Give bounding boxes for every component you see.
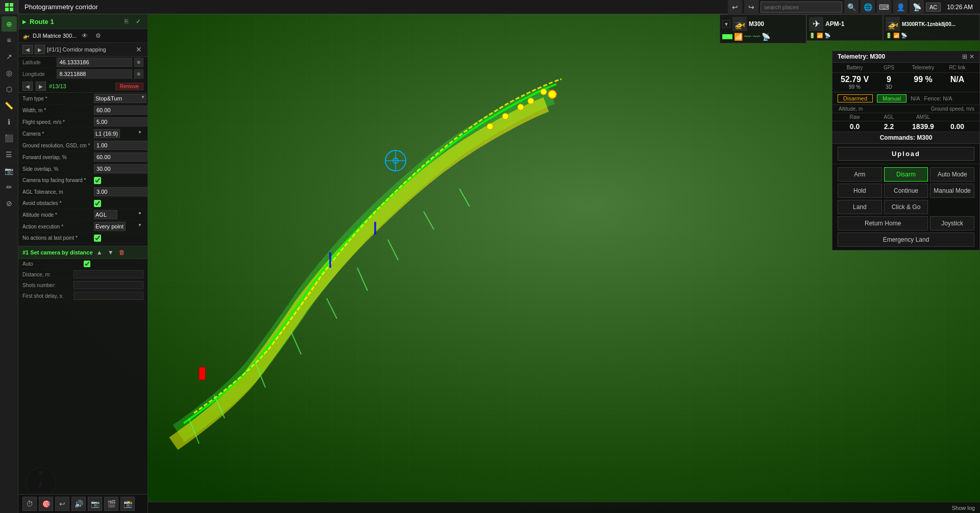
drone-apm1-name: APM-1	[825, 20, 844, 28]
gsd-input[interactable]	[94, 141, 148, 150]
avoid-obstacles-checkbox[interactable]	[94, 200, 101, 207]
sidebar-item-block[interactable]: ⊘	[2, 196, 17, 211]
sidebar-item-home[interactable]: ⊕	[2, 16, 17, 32]
params-scroll[interactable]: ◀ ▶ [#1/1] Corridor mapping ✕ Latitude ⊕…	[18, 43, 148, 494]
side-overlap-row: Side overlap, %	[18, 163, 148, 175]
action-exec-select[interactable]: Every point Once Never	[94, 222, 126, 231]
sidebar-item-list[interactable]: ☰	[2, 147, 17, 162]
latitude-action-btn[interactable]: ⊕	[134, 58, 143, 67]
battery-voltage: 52.79 V	[838, 75, 872, 84]
drone-m300-indicators: 📶 〰 〰 📡	[722, 33, 804, 41]
agl-tolerance-input[interactable]	[94, 187, 148, 196]
action-down-btn[interactable]: ▼	[106, 248, 115, 257]
redo-btn[interactable]: ↪	[744, 0, 758, 14]
audio-btn[interactable]: 🔊	[71, 497, 86, 511]
camera-select[interactable]: L1 (16:9) L1 (4:3)	[94, 129, 120, 138]
joystick-btn[interactable]: Joystick	[930, 216, 974, 230]
manual-mode-btn[interactable]: Manual Mode	[930, 184, 974, 198]
hold-btn[interactable]: Hold	[838, 184, 882, 198]
camera-start-btn[interactable]: 📷	[88, 497, 102, 511]
manual-btn[interactable]: Manual	[877, 94, 906, 102]
auto-checkbox[interactable]	[84, 261, 90, 267]
sidebar-item-camera[interactable]: 📷	[2, 163, 17, 178]
upload-btn[interactable]: Upload	[838, 147, 974, 161]
undo-btn[interactable]: ↩	[728, 0, 742, 14]
shots-input[interactable]	[74, 281, 143, 289]
disarm-btn[interactable]: Disarm	[884, 167, 928, 182]
camera-facing-checkbox[interactable]	[94, 177, 101, 184]
search-button[interactable]: 🔍	[844, 0, 859, 14]
confirm-route-btn[interactable]: ✓	[133, 16, 143, 27]
drone-visibility-btn[interactable]: 👁	[80, 31, 90, 41]
distance-input[interactable]	[74, 270, 143, 278]
rc-link-val: N/A	[940, 75, 974, 84]
click-go-btn[interactable]: Click & Go	[884, 200, 928, 214]
amsl-val: 1839.9	[906, 122, 940, 131]
flight-speed-input[interactable]	[94, 117, 148, 126]
telemetry-close-btn[interactable]: ✕	[969, 53, 974, 60]
telemetry-grid-btn[interactable]: ⊞	[962, 53, 967, 60]
sidebar-item-route[interactable]: ↗	[2, 49, 17, 64]
distance-row: Distance, m:	[18, 269, 148, 280]
land-btn[interactable]: Land	[838, 200, 882, 214]
latitude-input[interactable]	[57, 58, 132, 67]
show-log-btn[interactable]: Show log	[952, 505, 975, 511]
sidebar-item-layers[interactable]: ≡	[2, 33, 17, 48]
agl-val: 2.2	[872, 122, 906, 131]
action-up-btn[interactable]: ▲	[95, 248, 104, 257]
sidebar-item-polygon[interactable]: ⬡	[2, 82, 17, 97]
forward-overlap-input[interactable]	[94, 152, 148, 162]
first-shot-input[interactable]	[74, 292, 143, 300]
arm-btn[interactable]: Arm	[838, 167, 882, 182]
battery-indicator	[722, 34, 732, 39]
side-overlap-input[interactable]	[94, 164, 148, 173]
drone-apm1-icon: ✈	[809, 17, 823, 31]
continue-btn[interactable]: Continue	[884, 184, 928, 198]
user-btn[interactable]: 👤	[893, 0, 908, 14]
close-corridor-btn[interactable]: ✕	[134, 45, 143, 54]
globe-btn[interactable]: 🌐	[861, 0, 875, 14]
topbar: Photogrammetry corridor ↩ ↪ 🔍 🌐 ⌨ 👤 📡 AC…	[0, 0, 980, 14]
altitude-mode-select[interactable]: AGL AMSL Relative	[94, 210, 117, 219]
battery-percent: 99 %	[838, 84, 872, 90]
shots-label: Shots number:	[22, 283, 74, 288]
copy-route-btn[interactable]: ⎘	[121, 16, 131, 27]
prev-waypoint-btn[interactable]: ◀	[22, 45, 33, 54]
next-waypoint-btn[interactable]: ▶	[35, 45, 45, 54]
keyboard-btn[interactable]: ⌨	[877, 0, 891, 14]
statusbar: 46° 07'46.70"N 8°19'17.68" E Elevation 2…	[18, 502, 980, 513]
sidebar-item-measure[interactable]: ⬛	[2, 131, 17, 146]
auto-mode-btn[interactable]: Auto Mode	[930, 167, 974, 182]
drone-settings-btn[interactable]: ⚙	[93, 31, 103, 41]
timer-btn[interactable]: ⏱	[22, 497, 37, 511]
drone-apm1-header: ✈ APM-1	[809, 17, 880, 31]
photo-btn[interactable]: 📸	[120, 497, 135, 511]
return-home-btn[interactable]: Return Home	[838, 216, 928, 230]
no-actions-checkbox[interactable]	[94, 235, 101, 242]
search-input[interactable]	[761, 2, 842, 13]
next-wp-btn[interactable]: ▶	[36, 82, 46, 91]
target-btn[interactable]: 🎯	[39, 497, 53, 511]
action-header: #1 Set camera by distance ▲ ▼ 🗑	[18, 246, 148, 259]
sidebar-item-info[interactable]: ℹ	[2, 114, 17, 130]
back-btn[interactable]: ↩	[55, 497, 69, 511]
disarmed-btn[interactable]: Disarmed	[838, 94, 873, 102]
width-input[interactable]	[94, 106, 148, 115]
video-btn[interactable]: 🎬	[104, 497, 118, 511]
longitude-action-btn[interactable]: ⊕	[134, 69, 143, 79]
svg-rect-20	[329, 252, 331, 268]
remove-waypoint-btn[interactable]: Remove	[115, 83, 143, 90]
drone-m300-expand-btn[interactable]: ▼	[722, 20, 730, 28]
telemetry-btn[interactable]: 📡	[910, 0, 924, 14]
action-delete-btn[interactable]: 🗑	[117, 248, 127, 257]
turn-type-row: Turn type * Stop&Turn Adaptive Bank Turn…	[18, 93, 148, 105]
drone-m300rtk-header: 🚁 M300RTK-1znbk8j00...	[886, 17, 977, 31]
longitude-input[interactable]	[57, 69, 132, 79]
sidebar-item-ruler[interactable]: 📏	[2, 98, 17, 113]
emergency-land-btn[interactable]: Emergency Land	[838, 233, 974, 247]
sidebar-item-waypoint[interactable]: ◎	[2, 65, 17, 81]
svg-point-13	[502, 113, 508, 119]
turn-type-select[interactable]: Stop&Turn Adaptive Bank Turn Coord Turn	[94, 94, 146, 103]
sidebar-item-edit[interactable]: ✏	[2, 179, 17, 195]
prev-wp-btn[interactable]: ◀	[22, 82, 33, 91]
